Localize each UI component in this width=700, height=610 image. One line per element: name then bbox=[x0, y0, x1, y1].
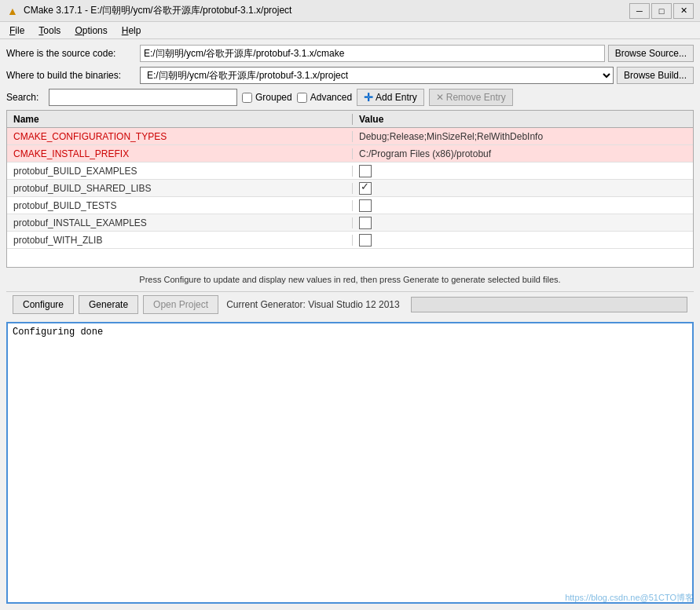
source-input[interactable] bbox=[140, 45, 605, 62]
menu-tools[interactable]: Tools bbox=[32, 24, 67, 38]
generate-button[interactable]: Generate bbox=[79, 295, 138, 314]
table-row[interactable]: protobuf_BUILD_TESTS bbox=[7, 197, 693, 214]
table-cell-value: C:/Program Files (x86)/protobuf bbox=[353, 148, 693, 159]
generator-label: Current Generator: Visual Studio 12 2013 bbox=[226, 299, 400, 310]
menu-file[interactable]: File bbox=[3, 24, 31, 38]
maximize-button[interactable]: □ bbox=[651, 3, 672, 19]
menu-bar: File Tools Options Help bbox=[0, 22, 700, 39]
cmake-icon: ▲ bbox=[6, 5, 19, 17]
build-select[interactable]: E:/闫朝明/ycm/谷歌开源库/protobuf-3.1.x/project bbox=[140, 67, 614, 84]
table-cell-name: protobuf_INSTALL_EXAMPLES bbox=[7, 217, 353, 228]
advanced-checkbox[interactable] bbox=[297, 93, 307, 103]
table-cell-name: CMAKE_INSTALL_PREFIX bbox=[7, 148, 353, 159]
browse-build-button[interactable]: Browse Build... bbox=[617, 67, 694, 84]
remove-entry-button[interactable]: ✕ Remove Entry bbox=[429, 89, 513, 106]
table-row[interactable]: protobuf_WITH_ZLIB bbox=[7, 232, 693, 249]
menu-options[interactable]: Options bbox=[68, 24, 113, 38]
browse-source-button[interactable]: Browse Source... bbox=[608, 45, 694, 62]
window-title: CMake 3.17.1 - E:/闫朝明/ycm/谷歌开源库/protobuf… bbox=[24, 4, 291, 17]
table-row[interactable]: protobuf_INSTALL_EXAMPLES bbox=[7, 214, 693, 232]
table-cell-name: protobuf_BUILD_TESTS bbox=[7, 200, 353, 211]
open-project-button[interactable]: Open Project bbox=[143, 295, 218, 314]
table-row[interactable]: protobuf_BUILD_EXAMPLES bbox=[7, 163, 693, 180]
build-select-wrapper: E:/闫朝明/ycm/谷歌开源库/protobuf-3.1.x/project bbox=[140, 67, 614, 84]
title-bar-left: ▲ CMake 3.17.1 - E:/闫朝明/ycm/谷歌开源库/protob… bbox=[6, 4, 291, 17]
table-body: CMAKE_CONFIGURATION_TYPESDebug;Release;M… bbox=[7, 128, 693, 249]
status-bar: Press Configure to update and display ne… bbox=[6, 268, 694, 291]
table-row[interactable]: protobuf_BUILD_SHARED_LIBS bbox=[7, 180, 693, 197]
advanced-checkbox-label[interactable]: Advanced bbox=[297, 92, 352, 103]
build-row: Where to build the binaries: E:/闫朝明/ycm/… bbox=[6, 66, 694, 85]
table-checkbox[interactable] bbox=[359, 165, 372, 177]
table-checkbox[interactable] bbox=[359, 199, 372, 212]
table-cell-value bbox=[353, 199, 693, 212]
source-row: Where is the source code: Browse Source.… bbox=[6, 44, 694, 63]
cmake-table[interactable]: Name Value CMAKE_CONFIGURATION_TYPESDebu… bbox=[6, 110, 694, 268]
table-cell-name: protobuf_BUILD_SHARED_LIBS bbox=[7, 183, 353, 194]
value-header: Value bbox=[353, 114, 693, 125]
grouped-checkbox[interactable] bbox=[242, 93, 252, 103]
table-cell-value bbox=[353, 217, 693, 229]
table-cell-value: Debug;Release;MinSizeRel;RelWithDebInfo bbox=[353, 131, 693, 142]
table-cell-value bbox=[353, 165, 693, 177]
configure-button[interactable]: Configure bbox=[13, 295, 74, 314]
output-area: Configuring done bbox=[6, 322, 694, 605]
plus-icon: ✛ bbox=[364, 91, 373, 104]
table-checkbox[interactable] bbox=[359, 234, 372, 247]
status-text: Press Configure to update and display ne… bbox=[139, 275, 560, 284]
name-header: Name bbox=[7, 114, 353, 125]
table-checkbox[interactable] bbox=[359, 182, 372, 195]
main-content: Where is the source code: Browse Source.… bbox=[0, 39, 700, 322]
bottom-controls: Configure Generate Open Project Current … bbox=[6, 291, 694, 317]
search-row: Search: Grouped Advanced ✛ Add Entry ✕ R… bbox=[6, 88, 694, 107]
source-label: Where is the source code: bbox=[6, 48, 140, 59]
add-entry-label: Add Entry bbox=[376, 92, 417, 103]
remove-icon: ✕ bbox=[436, 92, 444, 103]
title-bar: ▲ CMake 3.17.1 - E:/闫朝明/ycm/谷歌开源库/protob… bbox=[0, 0, 700, 22]
table-cell-name: protobuf_WITH_ZLIB bbox=[7, 235, 353, 246]
menu-help[interactable]: Help bbox=[115, 24, 148, 38]
minimize-button[interactable]: ─ bbox=[629, 3, 650, 19]
remove-entry-label: Remove Entry bbox=[446, 92, 506, 103]
table-cell-name: CMAKE_CONFIGURATION_TYPES bbox=[7, 131, 353, 142]
table-checkbox[interactable] bbox=[359, 217, 372, 229]
progress-bar bbox=[411, 297, 687, 312]
advanced-label: Advanced bbox=[310, 92, 352, 103]
table-cell-value bbox=[353, 182, 693, 195]
search-input[interactable] bbox=[49, 89, 237, 106]
table-row[interactable]: CMAKE_INSTALL_PREFIXC:/Program Files (x8… bbox=[7, 145, 693, 163]
search-label: Search: bbox=[6, 92, 44, 103]
close-button[interactable]: ✕ bbox=[673, 3, 694, 19]
output-text: Configuring done bbox=[13, 327, 103, 338]
table-cell-value bbox=[353, 234, 693, 247]
table-row[interactable]: CMAKE_CONFIGURATION_TYPESDebug;Release;M… bbox=[7, 128, 693, 145]
build-label: Where to build the binaries: bbox=[6, 70, 140, 81]
window-controls: ─ □ ✕ bbox=[629, 3, 694, 19]
table-header: Name Value bbox=[7, 111, 693, 128]
table-cell-name: protobuf_BUILD_EXAMPLES bbox=[7, 166, 353, 177]
grouped-checkbox-label[interactable]: Grouped bbox=[242, 92, 292, 103]
add-entry-button[interactable]: ✛ Add Entry bbox=[357, 89, 424, 106]
grouped-label: Grouped bbox=[255, 92, 292, 103]
